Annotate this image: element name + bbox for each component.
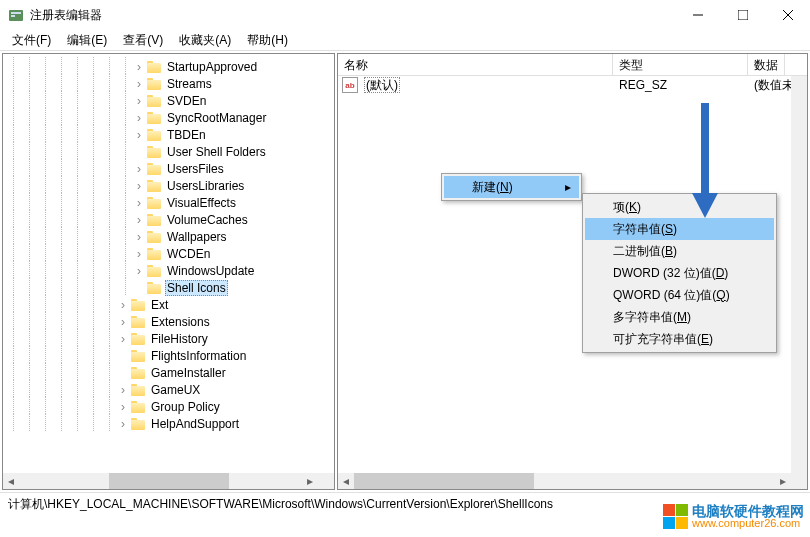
tree-panel: ›StartupApproved›Streams›SVDEn›SyncRootM… <box>2 53 335 490</box>
chevron-right-icon[interactable]: › <box>133 197 145 209</box>
minimize-button[interactable] <box>675 0 720 30</box>
tree-item[interactable]: ›SyncRootManager <box>5 109 334 126</box>
chevron-right-icon[interactable]: › <box>133 61 145 73</box>
list-scrollbar-h[interactable]: ◂ ▸ <box>338 473 791 489</box>
tree-item[interactable]: ›UsersLibraries <box>5 177 334 194</box>
chevron-right-icon[interactable]: › <box>133 163 145 175</box>
tree-item[interactable]: User Shell Folders <box>5 143 334 160</box>
watermark-title: 电脑软硬件教程网 <box>692 504 804 518</box>
tree-item[interactable]: Shell Icons <box>5 279 334 296</box>
tree-item-label: VisualEffects <box>165 196 238 210</box>
folder-icon <box>131 367 145 379</box>
ctx-new-dword[interactable]: DWORD (32 位)值(D) <box>585 262 774 284</box>
folder-icon <box>147 180 161 192</box>
ctx-new-expand[interactable]: 可扩充字符串值(E) <box>585 328 774 350</box>
tree-item[interactable]: ›WindowsUpdate <box>5 262 334 279</box>
chevron-right-icon[interactable]: › <box>133 129 145 141</box>
scroll-left-icon[interactable]: ◂ <box>338 473 354 489</box>
chevron-right-icon[interactable]: › <box>133 248 145 260</box>
tree-item[interactable]: ›VolumeCaches <box>5 211 334 228</box>
tree-item[interactable]: ›FileHistory <box>5 330 334 347</box>
folder-icon <box>131 316 145 328</box>
chevron-right-icon[interactable]: › <box>133 95 145 107</box>
tree-item[interactable]: ›Ext <box>5 296 334 313</box>
ctx-new-string[interactable]: 字符串值(S) <box>585 218 774 240</box>
chevron-right-icon[interactable]: › <box>133 112 145 124</box>
tree-item[interactable]: ›Wallpapers <box>5 228 334 245</box>
list-row[interactable]: ab (默认) REG_SZ (数值未 <box>338 76 807 94</box>
folder-icon <box>147 265 161 277</box>
tree-item[interactable]: GameInstaller <box>5 364 334 381</box>
tree-item[interactable]: ›TBDEn <box>5 126 334 143</box>
tree-item[interactable]: ›GameUX <box>5 381 334 398</box>
ctx-new-binary[interactable]: 二进制值(B) <box>585 240 774 262</box>
scroll-left-icon[interactable]: ◂ <box>3 473 19 489</box>
svg-marker-8 <box>692 193 718 218</box>
watermark-url: www.computer26.com <box>692 518 804 529</box>
context-menu: 新建(N) ▸ <box>441 173 582 201</box>
titlebar: 注册表编辑器 <box>0 0 810 30</box>
col-type[interactable]: 类型 <box>613 54 748 75</box>
folder-icon <box>131 401 145 413</box>
chevron-right-icon[interactable]: › <box>117 333 129 345</box>
ctx-new-key[interactable]: 项(K) <box>585 196 774 218</box>
tree-item[interactable]: ›UsersFiles <box>5 160 334 177</box>
scroll-right-icon[interactable]: ▸ <box>302 473 318 489</box>
ctx-new-multi[interactable]: 多字符串值(M) <box>585 306 774 328</box>
tree-item[interactable]: ›Streams <box>5 75 334 92</box>
menu-file[interactable]: 文件(F) <box>8 30 55 51</box>
scroll-right-icon[interactable]: ▸ <box>775 473 791 489</box>
cell-name: (默认) <box>362 77 613 94</box>
menu-favorites[interactable]: 收藏夹(A) <box>175 30 235 51</box>
folder-icon <box>147 248 161 260</box>
chevron-right-icon[interactable]: › <box>117 299 129 311</box>
chevron-right-icon[interactable]: › <box>133 78 145 90</box>
tree-item-label: FlightsInformation <box>149 349 248 363</box>
svg-rect-1 <box>11 12 21 14</box>
folder-icon <box>131 333 145 345</box>
tree-item[interactable]: ›HelpAndSupport <box>5 415 334 432</box>
tree-item[interactable]: ›WCDEn <box>5 245 334 262</box>
chevron-right-icon[interactable]: › <box>133 265 145 277</box>
ctx-new-qword[interactable]: QWORD (64 位)值(Q) <box>585 284 774 306</box>
watermark: 电脑软硬件教程网 www.computer26.com <box>663 504 804 529</box>
tree-item-label: Streams <box>165 77 214 91</box>
list-header: 名称 类型 数据 <box>338 54 807 76</box>
tree-item[interactable]: ›Extensions <box>5 313 334 330</box>
tree-item-label: Extensions <box>149 315 212 329</box>
tree-item[interactable]: ›Group Policy <box>5 398 334 415</box>
folder-icon <box>147 214 161 226</box>
ctx-new[interactable]: 新建(N) ▸ <box>444 176 579 198</box>
menubar: 文件(F) 编辑(E) 查看(V) 收藏夹(A) 帮助(H) <box>0 30 810 50</box>
chevron-right-icon[interactable]: › <box>133 231 145 243</box>
chevron-right-icon[interactable]: › <box>117 384 129 396</box>
menu-edit[interactable]: 编辑(E) <box>63 30 111 51</box>
folder-icon <box>147 146 161 158</box>
maximize-button[interactable] <box>720 0 765 30</box>
close-button[interactable] <box>765 0 810 30</box>
tree-item-label: GameUX <box>149 383 202 397</box>
folder-icon <box>147 231 161 243</box>
tree-item[interactable]: ›StartupApproved <box>5 58 334 75</box>
menu-help[interactable]: 帮助(H) <box>243 30 292 51</box>
chevron-right-icon[interactable]: › <box>133 214 145 226</box>
tree-item-label: UsersFiles <box>165 162 226 176</box>
chevron-right-icon[interactable]: › <box>117 316 129 328</box>
folder-icon <box>147 95 161 107</box>
tree-item[interactable]: ›SVDEn <box>5 92 334 109</box>
tree-item-label: StartupApproved <box>165 60 259 74</box>
tree-item-label: SyncRootManager <box>165 111 268 125</box>
chevron-right-icon[interactable]: › <box>117 401 129 413</box>
tree-item[interactable]: FlightsInformation <box>5 347 334 364</box>
col-name[interactable]: 名称 <box>338 54 613 75</box>
col-data[interactable]: 数据 <box>748 54 785 75</box>
menu-view[interactable]: 查看(V) <box>119 30 167 51</box>
tree-item[interactable]: ›VisualEffects <box>5 194 334 211</box>
tree-scrollbar-h[interactable]: ◂ ▸ <box>3 473 318 489</box>
chevron-right-icon[interactable]: › <box>133 180 145 192</box>
folder-icon <box>147 61 161 73</box>
folder-icon <box>147 78 161 90</box>
chevron-right-icon[interactable]: › <box>117 418 129 430</box>
cell-type: REG_SZ <box>613 78 748 92</box>
list-scrollbar-v[interactable] <box>791 76 807 473</box>
